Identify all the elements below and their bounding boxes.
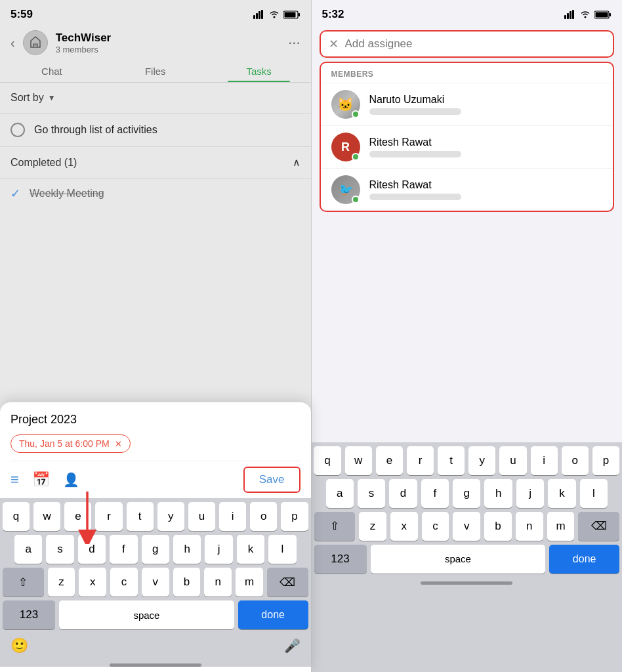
rkey-h[interactable]: h — [484, 479, 512, 508]
rkey-j[interactable]: j — [516, 479, 544, 508]
rkey-c[interactable]: c — [422, 512, 449, 541]
rkey-r[interactable]: r — [407, 446, 434, 475]
key-u[interactable]: u — [188, 502, 215, 531]
rkey-e[interactable]: e — [376, 446, 403, 475]
key-q[interactable]: q — [3, 502, 30, 531]
search-close-button[interactable]: ✕ — [329, 37, 339, 51]
rkey-x[interactable]: x — [390, 512, 418, 541]
task-title-input[interactable]: Project 2023 — [10, 413, 301, 427]
format-icon[interactable]: ≡ — [10, 471, 19, 488]
shift-key[interactable]: ⇧ — [3, 568, 44, 597]
tab-tasks[interactable]: Tasks — [207, 59, 311, 82]
key-p[interactable]: p — [281, 502, 308, 531]
key-z[interactable]: z — [48, 568, 75, 597]
key-j[interactable]: j — [205, 535, 232, 564]
member-sub-ritesh1 — [369, 151, 461, 158]
rkey-q[interactable]: q — [314, 446, 341, 475]
assignee-icon[interactable]: 👤 — [63, 472, 79, 488]
key-t[interactable]: t — [127, 502, 154, 531]
keyboard-bottom-extras: 🙂 🎤 — [0, 635, 311, 661]
rkey-k[interactable]: k — [548, 479, 575, 508]
key-m[interactable]: m — [236, 568, 263, 597]
back-button[interactable]: ‹ — [10, 35, 15, 51]
member-item-ritesh1[interactable]: R Ritesh Rawat — [321, 125, 613, 168]
num-key[interactable]: 123 — [3, 600, 55, 629]
key-c[interactable]: c — [110, 568, 138, 597]
svg-rect-0 — [253, 15, 255, 19]
red-arrow — [71, 492, 104, 544]
rkey-s[interactable]: s — [358, 479, 385, 508]
add-assignee-input[interactable] — [345, 37, 606, 51]
rkey-u[interactable]: u — [499, 446, 526, 475]
rbackspace-key[interactable]: ⌫ — [578, 512, 619, 541]
member-info-ritesh1: Ritesh Rawat — [369, 136, 603, 158]
rspace-key[interactable]: space — [371, 545, 546, 574]
backspace-key[interactable]: ⌫ — [267, 568, 308, 597]
calendar-icon[interactable]: 📅 — [32, 471, 50, 488]
add-assignee-search-bar[interactable]: ✕ — [320, 30, 615, 58]
key-s[interactable]: s — [46, 535, 73, 564]
rkey-f[interactable]: f — [421, 479, 449, 508]
done-key[interactable]: done — [238, 600, 308, 629]
key-f[interactable]: f — [110, 535, 137, 564]
key-h[interactable]: h — [173, 535, 201, 564]
rnum-key[interactable]: 123 — [314, 545, 367, 574]
tab-chat[interactable]: Chat — [0, 59, 104, 82]
rkey-d[interactable]: d — [389, 479, 417, 508]
rkey-n[interactable]: n — [516, 512, 543, 541]
member-item-naruto[interactable]: 🐱 Naruto Uzumaki — [321, 83, 613, 125]
completed-section-header[interactable]: Completed (1) ∧ — [0, 146, 311, 178]
save-button[interactable]: Save — [243, 467, 301, 493]
key-x[interactable]: x — [79, 568, 106, 597]
rkey-a[interactable]: a — [326, 479, 354, 508]
sort-by-row[interactable]: Sort by ▼ — [0, 83, 311, 113]
rkey-b[interactable]: b — [484, 512, 512, 541]
key-b[interactable]: b — [173, 568, 201, 597]
task-item[interactable]: Go through list of activities — [0, 113, 311, 146]
rkey-g[interactable]: g — [453, 479, 480, 508]
emoji-button[interactable]: 🙂 — [10, 637, 28, 654]
key-w[interactable]: w — [33, 502, 60, 531]
key-y[interactable]: y — [157, 502, 184, 531]
key-n[interactable]: n — [204, 568, 232, 597]
mic-button[interactable]: 🎤 — [284, 638, 301, 654]
space-key[interactable]: space — [59, 600, 234, 629]
svg-point-4 — [273, 16, 275, 18]
member-item-ritesh2[interactable]: 🐦 Ritesh Rawat — [321, 168, 613, 211]
rkey-o[interactable]: o — [562, 446, 589, 475]
rkey-y[interactable]: y — [468, 446, 495, 475]
task-radio[interactable] — [10, 123, 25, 137]
rkey-l[interactable]: l — [580, 479, 608, 508]
more-options-button[interactable]: ··· — [288, 34, 300, 51]
key-a[interactable]: a — [14, 535, 42, 564]
task-date-text: Thu, Jan 5 at 6:00 PM — [19, 438, 110, 449]
battery-icon-left — [283, 10, 301, 19]
rkey-i[interactable]: i — [531, 446, 558, 475]
rkey-v[interactable]: v — [453, 512, 480, 541]
rkey-p[interactable]: p — [592, 446, 619, 475]
app-avatar — [23, 30, 48, 55]
rkey-m[interactable]: m — [547, 512, 575, 541]
task-date-chip[interactable]: Thu, Jan 5 at 6:00 PM ✕ — [10, 434, 131, 453]
key-l[interactable]: l — [268, 535, 296, 564]
rkey-t[interactable]: t — [438, 446, 465, 475]
key-o[interactable]: o — [250, 502, 277, 531]
keyboard-right-row-1: q w e r t y u i o p — [312, 442, 623, 475]
rshift-key[interactable]: ⇧ — [314, 512, 356, 541]
key-i[interactable]: i — [219, 502, 246, 531]
svg-rect-2 — [259, 11, 260, 19]
member-name-naruto: Naruto Uzumaki — [369, 94, 603, 106]
date-remove-button[interactable]: ✕ — [115, 439, 122, 449]
rkey-z[interactable]: z — [359, 512, 386, 541]
completed-task-item[interactable]: ✓ Weekly Meeting — [0, 178, 311, 209]
rkey-w[interactable]: w — [345, 446, 372, 475]
keyboard-right: q w e r t y u i o p a s d f g h j k l ⇧ … — [312, 442, 623, 673]
task-creation-card: Project 2023 Thu, Jan 5 at 6:00 PM ✕ ≡ 📅… — [0, 402, 311, 672]
svg-rect-16 — [610, 13, 612, 16]
key-k[interactable]: k — [237, 535, 264, 564]
tab-files[interactable]: Files — [104, 59, 207, 82]
key-v[interactable]: v — [142, 568, 169, 597]
keyboard-row-3: ⇧ z x c v b n m ⌫ — [0, 564, 311, 597]
rdone-key[interactable]: done — [549, 545, 619, 574]
key-g[interactable]: g — [142, 535, 169, 564]
